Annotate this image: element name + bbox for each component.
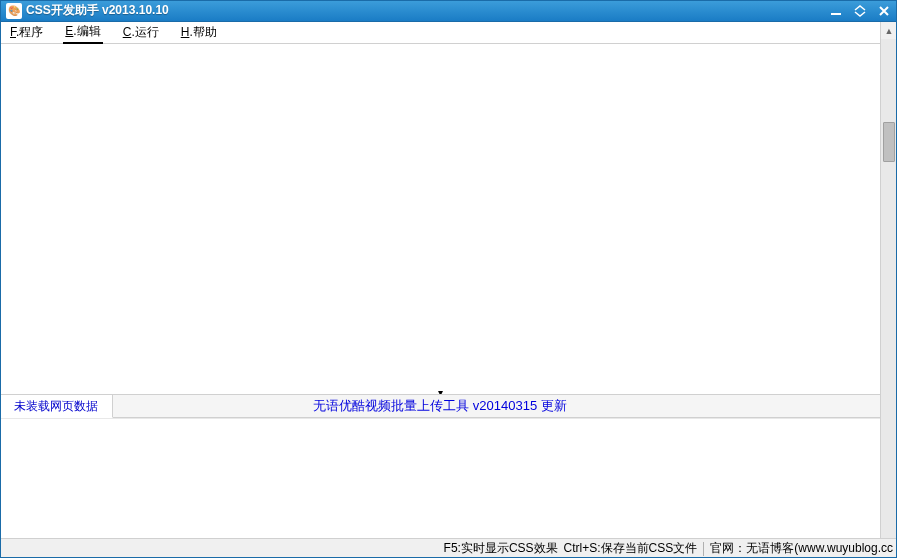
status-hint-ctrls: Ctrl+S:保存当前CSS文件: [564, 540, 698, 557]
editor-area[interactable]: [0, 44, 880, 390]
app-icon: 🎨: [6, 3, 22, 19]
menu-edit[interactable]: E.编辑: [63, 21, 102, 44]
close-button[interactable]: [875, 3, 893, 19]
maximize-button[interactable]: [851, 3, 869, 19]
svg-rect-0: [831, 13, 841, 15]
tab-no-page-data[interactable]: 未装载网页数据: [0, 395, 113, 418]
tabs-spacer: [113, 395, 880, 418]
statusbar: F5:实时显示CSS效果 Ctrl+S:保存当前CSS文件 官网：无语博客(ww…: [0, 538, 897, 558]
window-title: CSS开发助手 v2013.10.10: [26, 2, 827, 19]
vertical-scrollbar[interactable]: ▲: [880, 22, 897, 538]
menu-help[interactable]: H.帮助: [179, 22, 219, 43]
bottom-tabs: 未装载网页数据: [0, 394, 880, 418]
tab-label: 未装载网页数据: [14, 398, 98, 415]
scroll-up-button[interactable]: ▲: [881, 22, 897, 39]
bottom-panel: [0, 418, 880, 536]
menubar: F.程序 E.编辑 C.运行 H.帮助: [0, 22, 897, 44]
status-hint-f5: F5:实时显示CSS效果: [444, 540, 558, 557]
status-divider: [703, 542, 704, 556]
menu-run[interactable]: C.运行: [121, 22, 161, 43]
titlebar: 🎨 CSS开发助手 v2013.10.10: [0, 0, 897, 22]
menu-program[interactable]: F.程序: [8, 22, 45, 43]
status-website: 官网：无语博客(www.wuyublog.cc: [710, 540, 893, 557]
scroll-thumb[interactable]: [883, 122, 895, 162]
window-controls: [827, 3, 893, 19]
minimize-button[interactable]: [827, 3, 845, 19]
